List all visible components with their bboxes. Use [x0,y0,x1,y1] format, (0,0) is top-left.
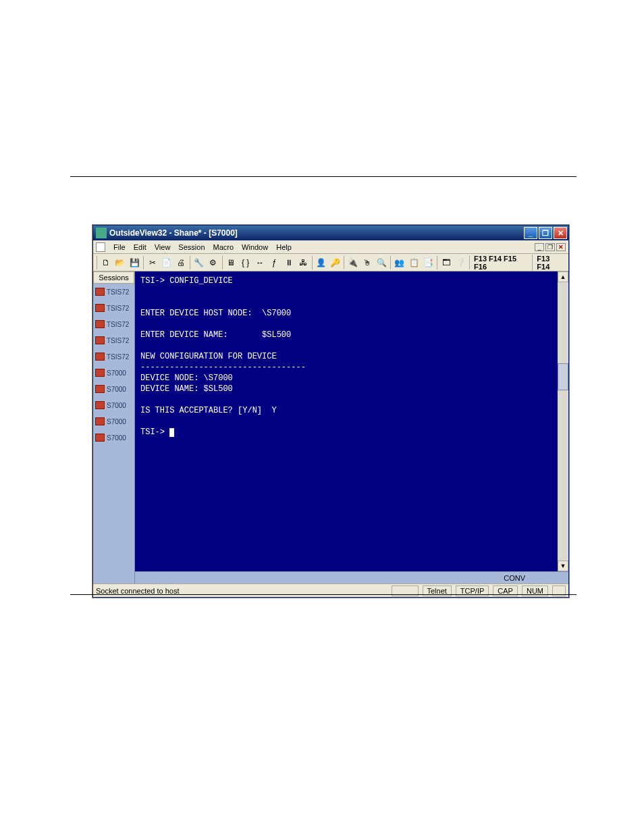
session-item[interactable]: S7000 [93,429,134,446]
menu-help[interactable]: Help [272,242,296,253]
save-file-icon[interactable]: 💾 [128,256,141,269]
session-icon [95,320,105,328]
menu-edit[interactable]: Edit [130,242,151,253]
toolbar-separator [344,256,344,269]
sessions-header[interactable]: Sessions [93,271,134,284]
users-icon[interactable]: 👥 [393,256,406,269]
toolbar-separator [437,256,437,269]
doc-icon [96,242,105,252]
resize-icon[interactable]: ↔ [253,256,266,269]
terminal-line: TSI-> CONFIG_DEVICE [140,276,233,286]
session-icon [95,353,105,361]
maximize-button[interactable]: ❐ [539,227,552,239]
scroll-track[interactable] [558,282,568,561]
session-icon [95,336,105,344]
sessions-panel: Sessions TSIS72 TSIS72 TSIS72 TSIS72 TSI… [93,271,135,583]
monitor-icon[interactable]: 🖥 [225,256,238,269]
session-item[interactable]: TSIS72 [93,284,134,300]
user-icon[interactable]: 👤 [315,256,327,269]
session-item[interactable]: S7000 [93,365,134,381]
session-label: TSIS72 [107,288,129,296]
open-file-icon[interactable]: 📂 [113,256,126,269]
terminal-line: ENTER DEVICE HOST NODE: \S7000 [140,309,291,318]
session-item[interactable]: S7000 [93,397,134,413]
titlebar: OutsideView32 - Shane* - [S7000] _ ❐ ✕ [93,226,568,240]
session-label: S7000 [107,434,126,442]
terminal-status-mode: CONV [504,574,566,582]
terminal-line: DEVICE NAME: $SL500 [140,384,233,394]
scroll-up-icon[interactable]: ▲ [558,271,568,282]
toolbar-separator [312,256,313,269]
print-icon[interactable]: 🖨 [175,256,188,269]
copy-icon[interactable]: 📄 [160,256,173,269]
scroll-thumb[interactable] [558,363,568,390]
session-item[interactable]: TSIS72 [93,300,134,316]
clipboard-icon[interactable]: 📋 [408,256,421,269]
function-icon[interactable]: ƒ [268,256,281,269]
vertical-scrollbar[interactable]: ▲ ▼ [558,271,568,571]
fkey-group-right[interactable]: F13 F14 [532,255,566,271]
help-icon[interactable]: ❔ [454,256,467,269]
terminal-wrap: TSI-> CONFIG_DEVICE ENTER DEVICE HOST NO… [135,271,568,583]
divider-bottom [70,594,576,595]
mdi-restore-button[interactable]: ❐ [545,243,555,251]
terminal-cursor [169,428,174,437]
session-item[interactable]: S7000 [93,381,134,397]
app-icon [96,228,107,238]
statusbar: Socket connected to host Telnet TCP/IP C… [93,583,568,597]
session-label: S7000 [107,369,126,377]
tabs-icon[interactable]: 📑 [422,256,435,269]
key-icon[interactable]: 🔑 [329,256,342,269]
menu-view[interactable]: View [151,242,175,253]
app-window: OutsideView32 - Shane* - [S7000] _ ❐ ✕ F… [92,225,569,598]
window-icon[interactable]: 🗔 [439,256,452,269]
session-label: TSIS72 [107,321,129,328]
session-icon [95,417,105,425]
mouse-icon[interactable]: 🖱 [361,256,374,269]
mdi-minimize-button[interactable]: _ [535,243,544,251]
menu-file[interactable]: File [109,242,130,253]
session-item[interactable]: TSIS72 [93,332,134,348]
session-label: TSIS72 [107,337,129,344]
new-file-icon[interactable]: 🗋 [99,256,112,269]
terminal-line: TSI-> [140,427,165,437]
session-item[interactable]: TSIS72 [93,316,134,332]
toolbar-separator [143,256,144,269]
terminal-line: IS THIS ACCEPTABLE? [Y/N] Y [140,406,277,415]
divider-top [70,176,576,177]
status-message: Socket connected to host [96,587,387,595]
toolbar-separator [222,256,223,269]
session-icon [95,434,105,442]
cut-icon[interactable]: ✂ [146,256,159,269]
window-title: OutsideView32 - Shane* - [S7000] [109,228,522,238]
mdi-close-button[interactable]: ✕ [556,243,566,251]
menu-macro[interactable]: Macro [209,242,238,253]
session-item[interactable]: S7000 [93,413,134,429]
scroll-down-icon[interactable]: ▼ [558,561,568,571]
toolbar-separator [97,256,97,269]
workspace: Sessions TSIS72 TSIS72 TSIS72 TSIS72 TSI… [93,271,568,583]
close-button[interactable]: ✕ [554,227,567,239]
terminal-line: DEVICE NODE: \S7000 [140,373,233,383]
terminal[interactable]: TSI-> CONFIG_DEVICE ENTER DEVICE HOST NO… [135,271,568,571]
fkey-group-left[interactable]: F13 F14 F15 F16 [471,255,532,271]
session-label: TSIS72 [107,353,129,361]
network-icon[interactable]: 🖧 [296,256,309,269]
plug-icon[interactable]: 🔌 [346,256,359,269]
session-icon [95,385,105,393]
pause-icon[interactable]: ⏸ [282,256,295,269]
session-icon [95,401,105,409]
toolbar-separator [390,256,391,269]
braces-icon[interactable]: { } [239,256,252,269]
session-icon [95,304,105,312]
terminal-statusbar: CONV [135,571,568,583]
menu-window[interactable]: Window [238,242,272,253]
toolbar-separator [190,256,190,269]
gear-icon[interactable]: ⚙ [207,256,219,269]
session-item[interactable]: TSIS72 [93,348,134,365]
menu-session[interactable]: Session [174,242,209,253]
settings-icon[interactable]: 🔧 [192,256,205,269]
search-icon[interactable]: 🔍 [375,256,388,269]
session-label: S7000 [107,386,126,393]
minimize-button[interactable]: _ [524,227,537,239]
